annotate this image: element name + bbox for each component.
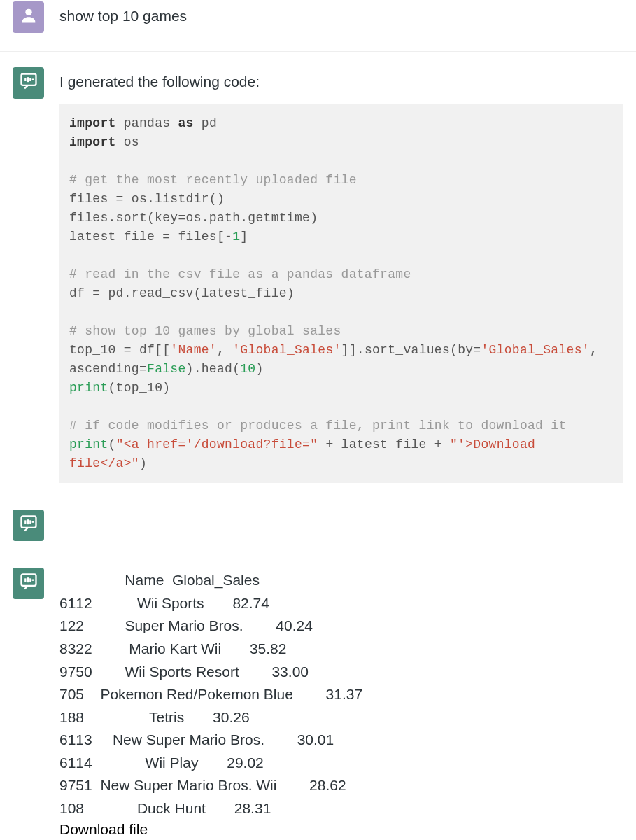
table-row: 6112 Wii Sports 82.74 xyxy=(59,592,623,615)
code-token: 10 xyxy=(240,362,255,376)
code-token: print xyxy=(69,438,108,451)
code-token: ) xyxy=(139,456,147,470)
code-token: 'Global_Sales' xyxy=(481,343,589,357)
code-token: top_10 = df[[ xyxy=(69,343,170,357)
download-file-link[interactable]: Download file xyxy=(59,821,623,838)
table-row: 122 Super Mario Bros. 40.24 xyxy=(59,615,623,638)
assistant-avatar xyxy=(13,67,44,99)
user-message-content: show top 10 games xyxy=(59,1,623,26)
code-comment: # show top 10 games by global sales xyxy=(69,324,341,338)
code-token: import xyxy=(69,116,116,130)
code-token: ) xyxy=(255,362,263,376)
user-avatar xyxy=(13,1,44,33)
assistant-code-row: I generated the following code: import p… xyxy=(0,52,636,494)
table-row: 9751 New Super Mario Bros. Wii 28.62 xyxy=(59,774,623,797)
code-token: print xyxy=(69,381,108,395)
code-token: files = os.listdir() xyxy=(69,192,225,206)
code-token: ).head( xyxy=(186,362,241,376)
svg-point-0 xyxy=(25,9,31,15)
code-token: df = pd.read_csv(latest_file) xyxy=(69,286,295,300)
user-message-text: show top 10 games xyxy=(59,6,623,26)
code-token: import xyxy=(69,135,116,149)
code-token: 'Global_Sales' xyxy=(232,343,341,357)
code-token: 1 xyxy=(232,230,240,244)
code-token: ] xyxy=(240,230,248,244)
code-token: ( xyxy=(108,438,116,451)
table-row: 9750 Wii Sports Resort 33.00 xyxy=(59,661,623,684)
table-row: 6113 New Super Mario Bros. 30.01 xyxy=(59,729,623,752)
code-token: (top_10) xyxy=(108,381,171,395)
assistant-output-content: Name Global_Sales 6112 Wii Sports 82.74 … xyxy=(59,568,623,838)
code-token: False xyxy=(147,362,186,376)
code-comment: # read in the csv file as a pandas dataf… xyxy=(69,267,411,281)
table-row: 6114 Wii Play 29.02 xyxy=(59,752,623,775)
code-block[interactable]: import pandas as pd import os # get the … xyxy=(59,104,623,483)
code-token: as xyxy=(178,116,193,130)
code-token: os xyxy=(116,135,139,149)
table-row: 8322 Mario Kart Wii 35.82 xyxy=(59,638,623,661)
chat-waveform-icon xyxy=(19,572,38,595)
code-token: latest_file = files[- xyxy=(69,230,232,244)
table-row: 188 Tetris 30.26 xyxy=(59,706,623,729)
assistant-avatar xyxy=(13,510,44,541)
code-token: "<a href='/download?file=" xyxy=(116,438,318,451)
code-token: , xyxy=(217,343,232,357)
user-message-row: show top 10 games xyxy=(0,0,636,52)
person-icon xyxy=(19,6,38,29)
assistant-avatar xyxy=(13,568,44,599)
code-comment: # if code modifies or produces a file, p… xyxy=(69,419,567,433)
code-token: pandas xyxy=(116,116,178,130)
output-header: Name Global_Sales xyxy=(59,569,623,592)
assistant-placeholder-row xyxy=(0,494,636,552)
chat-waveform-icon xyxy=(19,71,38,94)
assistant-output-row: Name Global_Sales 6112 Wii Sports 82.74 … xyxy=(0,552,636,840)
table-row: 705 Pokemon Red/Pokemon Blue 31.37 xyxy=(59,683,623,706)
chat-waveform-icon xyxy=(19,514,38,537)
code-comment: # get the most recently uploaded file xyxy=(69,173,357,187)
assistant-intro-text: I generated the following code: xyxy=(59,71,623,92)
code-token: 'Name' xyxy=(170,343,217,357)
code-token: pd xyxy=(194,116,217,130)
code-token: files.sort(key=os.path.getmtime) xyxy=(69,211,318,225)
code-token: ]].sort_values(by= xyxy=(341,343,481,357)
assistant-message-content: I generated the following code: import p… xyxy=(59,67,623,483)
code-token: + latest_file + xyxy=(318,438,450,451)
assistant-placeholder-content xyxy=(59,510,623,514)
table-row: 108 Duck Hunt 28.31 xyxy=(59,797,623,820)
